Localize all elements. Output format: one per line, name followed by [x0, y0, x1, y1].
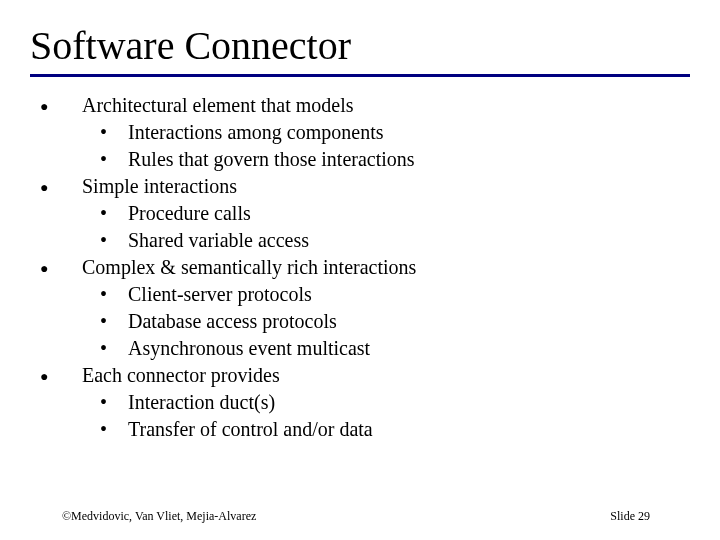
bullet-icon: •	[82, 146, 128, 173]
footer-credit: ©Medvidovic, Van Vliet, Mejia-Alvarez	[62, 509, 256, 524]
list-item-text: Simple interactions	[82, 173, 680, 200]
list-item: • Interaction duct(s)	[82, 389, 680, 416]
slide: Software Connector ● Architectural eleme…	[0, 0, 720, 540]
list-item-text: Architectural element that models	[82, 92, 680, 119]
list-item: • Procedure calls	[82, 200, 680, 227]
bullet-icon: •	[82, 200, 128, 227]
list-item: • Client-server protocols	[82, 281, 680, 308]
list-item: • Rules that govern those interactions	[82, 146, 680, 173]
list-item: • Database access protocols	[82, 308, 680, 335]
bullet-icon: ●	[30, 177, 82, 199]
bullet-icon: ●	[30, 96, 82, 118]
list-item-text: Procedure calls	[128, 200, 680, 227]
list-item-text: Client-server protocols	[128, 281, 680, 308]
bullet-icon: •	[82, 389, 128, 416]
list-item-text: Interactions among components	[128, 119, 680, 146]
list-item: • Transfer of control and/or data	[82, 416, 680, 443]
bullet-icon: •	[82, 281, 128, 308]
list-item-text: Each connector provides	[82, 362, 680, 389]
list-item: ● Complex & semantically rich interactio…	[30, 254, 680, 281]
list-item-text: Interaction duct(s)	[128, 389, 680, 416]
footer-slide-number: Slide 29	[610, 509, 650, 524]
bullet-icon: ●	[30, 258, 82, 280]
list-item: • Interactions among components	[82, 119, 680, 146]
list-item-text: Rules that govern those interactions	[128, 146, 680, 173]
bullet-icon: •	[82, 335, 128, 362]
bullet-icon: •	[82, 119, 128, 146]
list-item-text: Shared variable access	[128, 227, 680, 254]
list-item-text: Asynchronous event multicast	[128, 335, 680, 362]
bullet-icon: •	[82, 416, 128, 443]
list-item-text: Transfer of control and/or data	[128, 416, 680, 443]
title-underline	[30, 74, 690, 77]
list-item: • Asynchronous event multicast	[82, 335, 680, 362]
list-item: ● Simple interactions	[30, 173, 680, 200]
bullet-icon: ●	[30, 366, 82, 388]
list-item-text: Complex & semantically rich interactions	[82, 254, 680, 281]
list-item: ● Architectural element that models	[30, 92, 680, 119]
slide-body: ● Architectural element that models • In…	[30, 92, 680, 443]
bullet-icon: •	[82, 308, 128, 335]
list-item-text: Database access protocols	[128, 308, 680, 335]
list-item: ● Each connector provides	[30, 362, 680, 389]
slide-title: Software Connector	[30, 22, 351, 69]
list-item: • Shared variable access	[82, 227, 680, 254]
bullet-icon: •	[82, 227, 128, 254]
